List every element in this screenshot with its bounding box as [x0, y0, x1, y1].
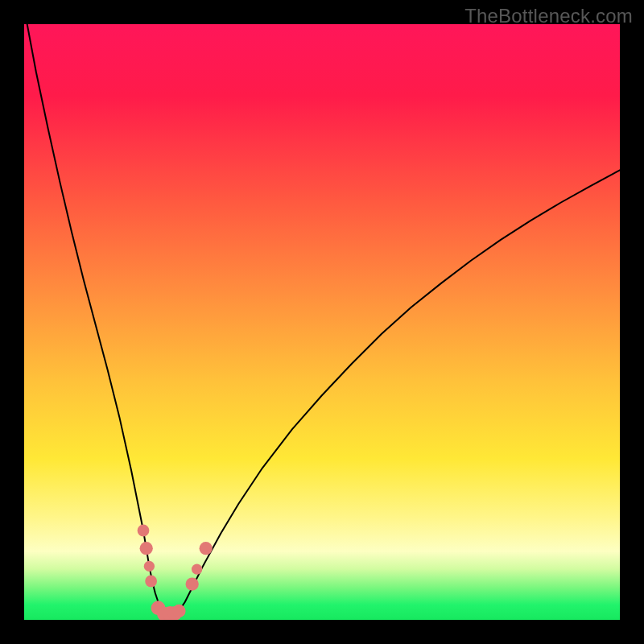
chart-stage: TheBottleneck.com	[0, 0, 644, 644]
data-marker	[186, 577, 199, 590]
data-marker	[145, 576, 157, 588]
plot-area	[24, 24, 620, 620]
watermark-text: TheBottleneck.com	[464, 5, 633, 27]
data-marker	[138, 525, 150, 537]
data-marker	[192, 564, 202, 574]
data-marker	[140, 542, 153, 555]
data-marker	[172, 605, 185, 617]
data-marker	[144, 561, 155, 572]
data-markers	[24, 24, 620, 620]
data-marker	[200, 542, 213, 555]
